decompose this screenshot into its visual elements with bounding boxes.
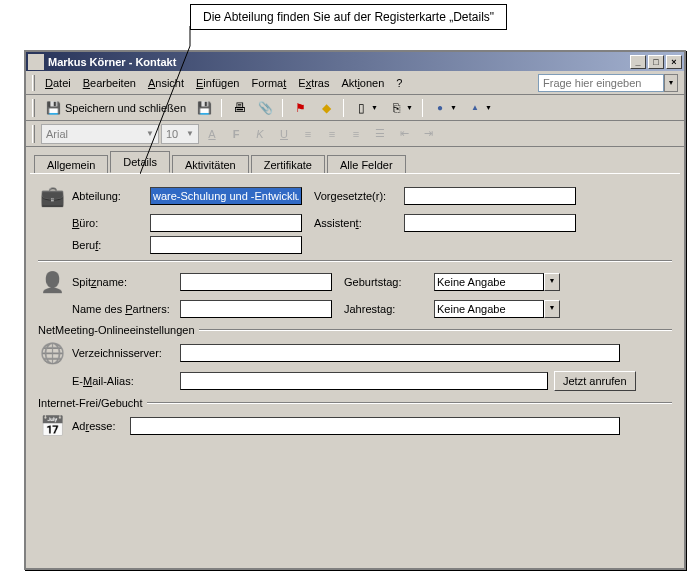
fontcolor-button: A bbox=[201, 124, 223, 144]
department-label: Abteilung: bbox=[70, 190, 150, 202]
birthday-label: Geburtstag: bbox=[344, 276, 434, 288]
addressbook-button[interactable]: ▼ bbox=[349, 97, 382, 119]
manager-label: Vorgesetzte(r): bbox=[314, 190, 404, 202]
partner-label: Name des Partners: bbox=[70, 303, 180, 315]
menu-file[interactable]: Datei bbox=[39, 75, 77, 91]
briefcase-icon bbox=[38, 182, 66, 210]
tab-allfields[interactable]: Alle Felder bbox=[327, 155, 406, 174]
tabstrip: Allgemein Details Aktivitäten Zertifikat… bbox=[26, 149, 684, 173]
attach-icon bbox=[257, 100, 273, 116]
partner-input[interactable] bbox=[180, 300, 332, 318]
globe-icon bbox=[38, 339, 66, 367]
app-icon bbox=[28, 54, 44, 70]
menu-edit[interactable]: Bearbeiten bbox=[77, 75, 142, 91]
assistant-input[interactable] bbox=[404, 214, 576, 232]
callout: Die Abteilung finden Sie auf der Registe… bbox=[190, 4, 507, 30]
link-icon bbox=[388, 100, 404, 116]
flag-button[interactable] bbox=[288, 97, 312, 119]
diamond-icon bbox=[318, 100, 334, 116]
assistant-label: Assistent: bbox=[314, 217, 404, 229]
toolbar-handle[interactable] bbox=[32, 99, 35, 117]
italic-button: K bbox=[249, 124, 271, 144]
office-input[interactable] bbox=[150, 214, 302, 232]
format-toolbar: Arial▼ 10▼ A F K U ≡ ≡ ≡ ☰ ⇤ ⇥ bbox=[26, 121, 684, 147]
attach-button[interactable] bbox=[253, 97, 277, 119]
help-search-dropdown[interactable]: ▾ bbox=[664, 74, 678, 92]
address-input[interactable] bbox=[130, 417, 620, 435]
save-icon bbox=[45, 100, 61, 116]
birthday-combo[interactable] bbox=[434, 273, 544, 291]
menu-actions[interactable]: Aktionen bbox=[335, 75, 390, 91]
dirserver-label: Verzeichnisserver: bbox=[70, 347, 180, 359]
anniversary-dropdown-button[interactable]: ▼ bbox=[544, 300, 560, 318]
dot-icon bbox=[432, 100, 448, 116]
window-title: Markus Körner - Kontakt bbox=[48, 56, 630, 68]
tab-general[interactable]: Allgemein bbox=[34, 155, 108, 174]
job-input[interactable] bbox=[150, 236, 302, 254]
importance-button[interactable] bbox=[314, 97, 338, 119]
chevron-down-icon: ▼ bbox=[371, 104, 378, 111]
menu-help[interactable]: ? bbox=[390, 75, 408, 91]
tab-content: Abteilung: Vorgesetzte(r): Büro: Assiste… bbox=[30, 173, 680, 561]
emailalias-input[interactable] bbox=[180, 372, 548, 390]
tab-certificates[interactable]: Zertifikate bbox=[251, 155, 325, 174]
next-button[interactable]: ▼ bbox=[463, 97, 496, 119]
netmeeting-group-title: NetMeeting-Onlineeinstellungen bbox=[38, 324, 199, 336]
maximize-button[interactable]: □ bbox=[648, 55, 664, 69]
toolbar-handle[interactable] bbox=[32, 125, 35, 143]
freebusy-group-title: Internet-Frei/Gebucht bbox=[38, 397, 147, 409]
flag-icon bbox=[292, 100, 308, 116]
chevron-down-icon: ▼ bbox=[406, 104, 413, 111]
manager-input[interactable] bbox=[404, 187, 576, 205]
emailalias-label: E-Mail-Alias: bbox=[70, 375, 180, 387]
calendar-icon bbox=[38, 412, 66, 440]
help-search-input[interactable] bbox=[538, 74, 664, 92]
link-button[interactable]: ▼ bbox=[384, 97, 417, 119]
minimize-button[interactable]: _ bbox=[630, 55, 646, 69]
person-icon bbox=[38, 268, 66, 296]
indent-button: ⇥ bbox=[417, 124, 439, 144]
underline-button: U bbox=[273, 124, 295, 144]
callout-text: Die Abteilung finden Sie auf der Registe… bbox=[190, 4, 507, 30]
outdent-button: ⇤ bbox=[393, 124, 415, 144]
align-left-button: ≡ bbox=[297, 124, 319, 144]
birthday-dropdown-button[interactable]: ▼ bbox=[544, 273, 560, 291]
print-button[interactable] bbox=[227, 97, 251, 119]
separator bbox=[38, 260, 672, 262]
separator bbox=[282, 99, 283, 117]
address-label: Adresse: bbox=[70, 420, 130, 432]
svg-line-1 bbox=[140, 46, 190, 174]
menubar-handle[interactable] bbox=[32, 75, 35, 91]
main-toolbar: Speichern und schließen ▼ ▼ ▼ ▼ bbox=[26, 95, 684, 121]
contact-window: Markus Körner - Kontakt _ □ × Datei Bear… bbox=[24, 50, 686, 570]
office-label: Büro: bbox=[70, 217, 150, 229]
arrow-up-icon bbox=[467, 100, 483, 116]
menu-extras[interactable]: Extras bbox=[292, 75, 335, 91]
book-icon bbox=[353, 100, 369, 116]
separator bbox=[221, 99, 222, 117]
separator bbox=[343, 99, 344, 117]
anniversary-combo[interactable] bbox=[434, 300, 544, 318]
menubar: Datei Bearbeiten Ansicht Einfügen Format… bbox=[26, 71, 684, 95]
callnow-button[interactable]: Jetzt anrufen bbox=[554, 371, 636, 391]
netmeeting-group: NetMeeting-Onlineeinstellungen Verzeichn… bbox=[38, 324, 672, 391]
nickname-input[interactable] bbox=[180, 273, 332, 291]
align-center-button: ≡ bbox=[321, 124, 343, 144]
bold-button: F bbox=[225, 124, 247, 144]
list-button: ☰ bbox=[369, 124, 391, 144]
chevron-down-icon: ▼ bbox=[450, 104, 457, 111]
callout-pointer bbox=[140, 26, 200, 176]
nickname-label: Spitzname: bbox=[70, 276, 180, 288]
prev-button[interactable]: ▼ bbox=[428, 97, 461, 119]
close-button[interactable]: × bbox=[666, 55, 682, 69]
freebusy-group: Internet-Frei/Gebucht Adresse: bbox=[38, 397, 672, 440]
anniversary-label: Jahrestag: bbox=[344, 303, 434, 315]
dirserver-input[interactable] bbox=[180, 344, 620, 362]
print-icon bbox=[231, 100, 247, 116]
align-right-button: ≡ bbox=[345, 124, 367, 144]
job-label: Beruf: bbox=[70, 239, 150, 251]
titlebar[interactable]: Markus Körner - Kontakt _ □ × bbox=[26, 52, 684, 71]
menu-format[interactable]: Format bbox=[245, 75, 292, 91]
separator bbox=[422, 99, 423, 117]
department-input[interactable] bbox=[150, 187, 302, 205]
